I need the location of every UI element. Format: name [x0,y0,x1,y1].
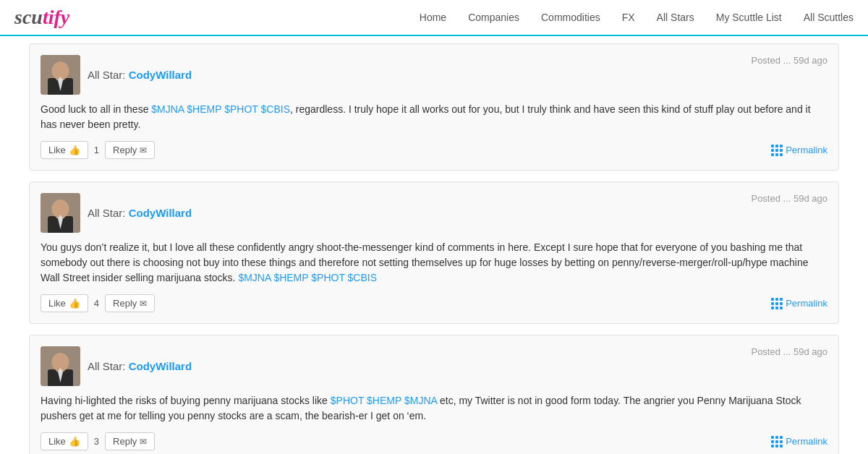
logo: scutify [14,6,69,29]
post-footer-3: Like 3 Reply Permalink [41,432,827,450]
thumb-up-icon-2 [69,298,80,309]
like-count-1: 1 [94,145,99,155]
stock-links-2[interactable]: $MJNA $HEMP $PHOT $CBIS [238,272,377,283]
nav-scuttlelist[interactable]: My Scuttle List [716,12,782,23]
like-label-1: Like [48,145,66,155]
permalink-label-2: Permalink [786,298,827,309]
permalink-3[interactable]: Permalink [771,436,827,447]
nav-allstars[interactable]: All Stars [657,12,694,23]
reply-label-1: Reply [113,145,137,155]
author-link-1[interactable]: CodyWillard [129,69,192,81]
body-text-before-3: Having hi-lighted the risks of buying pe… [41,395,331,406]
reply-button-3[interactable]: Reply [105,432,155,450]
reply-icon-2 [140,298,147,309]
post-actions-2: Like 4 Reply [41,294,155,312]
permalink-1[interactable]: Permalink [771,145,827,156]
poster-name-3: All Star: CodyWillard [88,360,192,372]
body-text-before-1: Good luck to all in these [41,103,151,115]
posts-container: All Star: CodyWillard Posted ... 59d ago… [14,36,854,454]
author-link-3[interactable]: CodyWillard [129,360,192,372]
avatar-1 [41,55,80,95]
author-prefix-3: All Star: [88,360,129,372]
post-meta-1: All Star: CodyWillard [88,69,192,81]
nav-commodities[interactable]: Commodities [541,12,600,23]
like-button-3[interactable]: Like [41,432,88,450]
reply-button-1[interactable]: Reply [105,141,155,159]
author-link-2[interactable]: CodyWillard [129,207,192,219]
grid-icon-2 [771,298,783,309]
reply-icon-1 [140,145,147,155]
navigation: scutify Home Companies Commodities FX Al… [0,0,868,36]
nav-links: Home Companies Commodities FX All Stars … [420,12,854,23]
post-time-1: Posted ... 59d ago [751,55,827,66]
reply-label-2: Reply [113,298,137,309]
post-footer-2: Like 4 Reply Permalink [41,294,827,312]
post-header-2: All Star: CodyWillard Posted ... 59d ago [41,193,827,233]
post-meta-2: All Star: CodyWillard [88,207,192,219]
grid-icon-1 [771,145,783,156]
like-label-2: Like [48,298,66,309]
post-body-1: Good luck to all in these $MJNA $HEMP $P… [41,102,827,132]
post-footer-1: Like 1 Reply Permalink [41,141,827,159]
nav-home[interactable]: Home [420,12,446,23]
post-card-3: All Star: CodyWillard Posted ... 59d ago… [29,335,839,454]
avatar-3 [41,346,80,386]
logo-tify: tify [43,6,69,28]
poster-name-2: All Star: CodyWillard [88,207,192,219]
reply-button-2[interactable]: Reply [105,294,155,312]
post-actions-3: Like 3 Reply [41,432,155,450]
post-meta-3: All Star: CodyWillard [88,360,192,372]
post-card-2: All Star: CodyWillard Posted ... 59d ago… [29,181,839,324]
post-body-3: Having hi-lighted the risks of buying pe… [41,393,827,424]
post-time-2: Posted ... 59d ago [751,193,827,204]
nav-companies[interactable]: Companies [468,12,519,23]
post-card-1: All Star: CodyWillard Posted ... 59d ago… [29,43,839,171]
grid-icon-3 [771,436,783,447]
like-button-1[interactable]: Like [41,141,88,159]
reply-icon-3 [140,436,147,447]
permalink-label-3: Permalink [786,436,827,447]
stock-links-3[interactable]: $PHOT $HEMP $MJNA [331,395,437,406]
stock-links-1[interactable]: $MJNA $HEMP $PHOT $CBIS [151,103,290,115]
like-count-3: 3 [94,436,99,447]
nav-fx[interactable]: FX [622,12,635,23]
like-button-2[interactable]: Like [41,294,88,312]
author-prefix-1: All Star: [88,69,129,81]
author-prefix-2: All Star: [88,207,129,219]
post-body-2: You guys don’t realize it, but I love al… [41,240,827,286]
logo-scu: scu [14,6,43,28]
poster-name-1: All Star: CodyWillard [88,69,192,81]
post-actions-1: Like 1 Reply [41,141,155,159]
nav-allscuttles[interactable]: All Scuttles [804,12,854,23]
post-header-3: All Star: CodyWillard Posted ... 59d ago [41,346,827,386]
thumb-up-icon-3 [69,436,80,447]
permalink-label-1: Permalink [786,145,827,155]
like-count-2: 4 [94,298,99,309]
post-header-1: All Star: CodyWillard Posted ... 59d ago [41,55,827,95]
body-text-before-2: You guys don’t realize it, but I love al… [41,241,809,283]
permalink-2[interactable]: Permalink [771,298,827,309]
reply-label-3: Reply [113,436,137,447]
avatar-2 [41,193,80,233]
like-label-3: Like [48,436,66,447]
thumb-up-icon-1 [69,145,80,155]
post-time-3: Posted ... 59d ago [751,346,827,357]
